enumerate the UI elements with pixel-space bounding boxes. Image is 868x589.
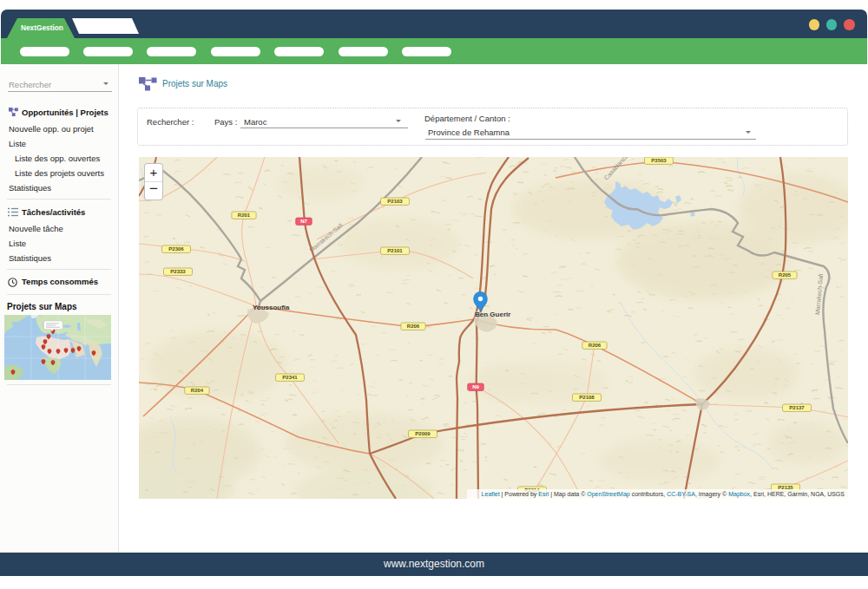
svg-text:P2333: P2333 <box>170 269 186 274</box>
svg-text:N7: N7 <box>300 219 307 224</box>
svg-text:P2103: P2103 <box>387 199 403 204</box>
svg-text:R205: R205 <box>779 272 792 278</box>
svg-text:N9: N9 <box>472 384 479 389</box>
svg-text:P2306: P2306 <box>168 246 184 252</box>
svg-text:P2009: P2009 <box>415 431 431 436</box>
svg-text:R206: R206 <box>589 343 602 348</box>
svg-text:Youssoufia: Youssoufia <box>253 304 290 311</box>
svg-text:P2137: P2137 <box>789 405 805 410</box>
svg-text:P2101: P2101 <box>387 248 403 253</box>
svg-text:R206: R206 <box>407 324 420 329</box>
svg-text:P2108: P2108 <box>579 395 595 400</box>
svg-text:P3503: P3503 <box>651 158 667 163</box>
svg-text:Leaflet | Powered by Esri | Ma: Leaflet | Powered by Esri | Map data © O… <box>482 491 845 498</box>
svg-text:R204: R204 <box>191 388 204 393</box>
svg-text:Ben Guerir: Ben Guerir <box>475 311 510 318</box>
svg-text:P2341: P2341 <box>282 375 298 380</box>
svg-text:R201: R201 <box>238 213 251 218</box>
